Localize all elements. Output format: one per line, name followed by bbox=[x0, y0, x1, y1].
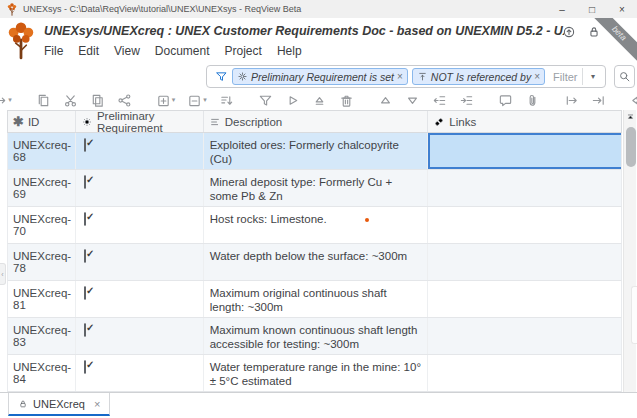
checkbox-checked-icon[interactable] bbox=[84, 249, 86, 263]
checkbox-checked-icon[interactable] bbox=[84, 360, 86, 374]
scroll-to-top-button[interactable] bbox=[624, 110, 637, 124]
table-row[interactable]: UNEXcreq-78 Water depth below the surfac… bbox=[7, 244, 622, 281]
scrollbar-thumb[interactable] bbox=[626, 127, 636, 167]
table-header: ✱ID Preliminary Requirement Description … bbox=[7, 110, 622, 133]
links-cell[interactable] bbox=[428, 207, 621, 243]
indent-button[interactable] bbox=[456, 92, 477, 109]
comment-button[interactable] bbox=[495, 92, 516, 109]
description-cell[interactable]: Mineral deposit type: Formerly Cu + some… bbox=[204, 170, 429, 206]
left-panel-splitter-handle[interactable]: ‹ bbox=[0, 263, 6, 285]
copy-button[interactable] bbox=[33, 92, 54, 109]
requirement-id-cell[interactable]: UNEXcreq-81 bbox=[8, 281, 76, 317]
column-header-description[interactable]: Description bbox=[204, 111, 429, 132]
description-cell[interactable]: Water depth below the surface: ~300m bbox=[204, 244, 429, 280]
table-row[interactable]: UNEXcreq-83 Maximum known continuous sha… bbox=[7, 318, 622, 355]
move-down-button[interactable] bbox=[402, 92, 423, 109]
checkbox-checked-icon[interactable] bbox=[84, 175, 86, 189]
checkbox-checked-icon[interactable] bbox=[84, 323, 86, 337]
right-panel-splitter-handle[interactable] bbox=[631, 286, 637, 344]
checkbox-checked-icon[interactable] bbox=[84, 286, 86, 300]
outdent-button[interactable] bbox=[429, 92, 450, 109]
attachment-button[interactable] bbox=[522, 92, 543, 109]
description-cell[interactable]: Exploited ores: Formerly chalcopyrite (C… bbox=[204, 133, 429, 169]
description-cell[interactable]: Maximum original continuous shaft length… bbox=[204, 281, 429, 317]
links-cell[interactable] bbox=[428, 355, 621, 391]
collapse-all-button[interactable]: ▾ bbox=[184, 92, 210, 109]
filter-chip-label: Preliminary Requirement is set bbox=[251, 71, 394, 83]
requirement-id-cell[interactable]: UNEXcreq-69 bbox=[8, 170, 76, 206]
column-header-id[interactable]: ✱ID bbox=[8, 111, 76, 132]
export-button[interactable]: ▾ bbox=[0, 92, 15, 109]
filter-dropdown-caret-icon[interactable]: ▾ bbox=[585, 72, 601, 81]
gear-icon bbox=[237, 71, 248, 82]
requirement-id-cell[interactable]: UNEXcreq-78 bbox=[8, 244, 76, 280]
link-icon bbox=[433, 116, 445, 128]
preliminary-cell[interactable] bbox=[76, 133, 204, 169]
maximize-button[interactable]: □ bbox=[577, 0, 607, 18]
close-button[interactable]: × bbox=[607, 0, 637, 18]
go-to-end-button[interactable] bbox=[588, 92, 609, 109]
filter-chip-preliminary[interactable]: Preliminary Requirement is set × bbox=[232, 68, 408, 85]
requirement-id-cell[interactable]: UNEXcreq-70 bbox=[8, 207, 76, 243]
cut-button[interactable] bbox=[60, 92, 81, 109]
eject-button[interactable] bbox=[309, 92, 330, 109]
paste-button[interactable] bbox=[87, 92, 108, 109]
description-cell[interactable]: Host rocks: Limestone. bbox=[204, 207, 429, 243]
preliminary-cell[interactable] bbox=[76, 170, 204, 206]
back-button[interactable] bbox=[627, 92, 637, 109]
sort-button[interactable] bbox=[216, 92, 237, 109]
menu-file[interactable]: File bbox=[44, 44, 63, 58]
filter-input[interactable]: Filter bbox=[553, 71, 580, 83]
preliminary-cell[interactable] bbox=[76, 355, 204, 391]
links-cell[interactable] bbox=[428, 281, 621, 317]
filter-chip-not-referenced[interactable]: NOT Is referenced by × bbox=[412, 68, 545, 85]
menu-view[interactable]: View bbox=[114, 44, 140, 58]
links-cell[interactable] bbox=[428, 244, 621, 280]
lock-icon[interactable] bbox=[587, 25, 601, 39]
menu-document[interactable]: Document bbox=[155, 44, 210, 58]
checkbox-checked-icon[interactable] bbox=[84, 138, 86, 152]
vertical-scrollbar[interactable] bbox=[623, 110, 636, 402]
filter-toolbar-button[interactable] bbox=[255, 92, 276, 109]
preliminary-cell[interactable] bbox=[76, 207, 204, 243]
filter-divider bbox=[582, 68, 583, 85]
menu-project[interactable]: Project bbox=[225, 44, 262, 58]
column-header-links[interactable]: Links bbox=[428, 111, 621, 132]
gear-icon bbox=[81, 116, 93, 128]
table-row[interactable]: UNEXcreq-81 Maximum original continuous … bbox=[7, 281, 622, 318]
menu-help[interactable]: Help bbox=[277, 44, 302, 58]
expand-all-button[interactable]: ▾ bbox=[153, 92, 179, 109]
links-cell[interactable] bbox=[428, 170, 621, 206]
start-review-button[interactable] bbox=[282, 92, 303, 109]
tab-close-icon[interactable]: × bbox=[94, 398, 100, 410]
upload-circle-icon[interactable] bbox=[562, 25, 576, 39]
preliminary-cell[interactable] bbox=[76, 244, 204, 280]
menu-edit[interactable]: Edit bbox=[78, 44, 99, 58]
table-row[interactable]: UNEXcreq-84 Water temperature range in t… bbox=[7, 355, 622, 392]
links-cell[interactable] bbox=[428, 318, 621, 354]
chip-close-icon[interactable]: × bbox=[397, 71, 403, 82]
minimize-button[interactable]: – bbox=[547, 0, 577, 18]
description-cell[interactable]: Water temperature range in the mine: 10°… bbox=[204, 355, 429, 391]
table-row[interactable]: UNEXcreq-70 Host rocks: Limestone. bbox=[7, 207, 622, 244]
table-row[interactable]: UNEXcreq-69 Mineral deposit type: Former… bbox=[7, 170, 622, 207]
preliminary-cell[interactable] bbox=[76, 281, 204, 317]
filter-input-box[interactable]: Preliminary Requirement is set × NOT Is … bbox=[206, 65, 606, 88]
requirement-id-cell[interactable]: UNEXcreq-68 bbox=[8, 133, 76, 169]
table-row[interactable]: UNEXcreq-68 Exploited ores: Formerly cha… bbox=[7, 133, 622, 170]
tab-unexcreq[interactable]: UNEXcreq × bbox=[8, 393, 110, 416]
requirement-id-cell[interactable]: UNEXcreq-83 bbox=[8, 318, 76, 354]
description-cell[interactable]: Maximum known continuous shaft length ac… bbox=[204, 318, 429, 354]
search-button[interactable] bbox=[614, 65, 635, 88]
links-cell-selected[interactable] bbox=[428, 133, 621, 169]
column-header-preliminary[interactable]: Preliminary Requirement bbox=[76, 111, 204, 132]
go-to-start-button[interactable] bbox=[561, 92, 582, 109]
share-button[interactable] bbox=[114, 92, 135, 109]
column-label: Links bbox=[449, 116, 476, 128]
chip-close-icon[interactable]: × bbox=[534, 71, 540, 82]
move-up-button[interactable] bbox=[375, 92, 396, 109]
requirement-id-cell[interactable]: UNEXcreq-84 bbox=[8, 355, 76, 391]
delete-button[interactable] bbox=[336, 92, 357, 109]
checkbox-checked-icon[interactable] bbox=[84, 212, 86, 226]
preliminary-cell[interactable] bbox=[76, 318, 204, 354]
